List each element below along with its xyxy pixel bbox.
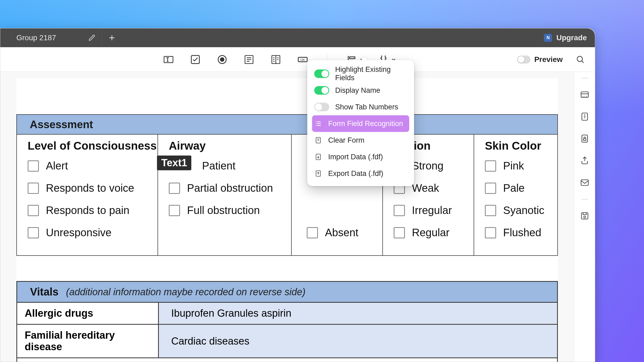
vitals-row-label: Familial hereditary disease: [17, 325, 159, 357]
wallpaper: Group 2187 N Upgrade: [0, 0, 644, 362]
svg-point-3: [220, 58, 224, 61]
checkbox-label: Pink: [503, 160, 524, 172]
rail-separator: [581, 78, 588, 78]
right-sidebar: OCR: [574, 72, 595, 362]
checkbox-row: Irregular: [394, 204, 466, 216]
document-canvas[interactable]: Assessment Level of Consciousness Alert …: [0, 72, 574, 362]
preview-label: Preview: [534, 55, 563, 64]
checkbox-row: Pink: [485, 160, 554, 172]
checkbox-row: Responds to pain: [28, 204, 150, 216]
share-icon[interactable]: [579, 155, 590, 166]
mail-icon[interactable]: [579, 177, 590, 188]
popover-export-data[interactable]: Export Data (.fdf): [312, 165, 409, 182]
svg-text:OK: OK: [301, 58, 305, 61]
checkbox[interactable]: [28, 205, 39, 216]
checkbox-row: Full obstruction: [169, 204, 284, 216]
checkbox[interactable]: [394, 205, 405, 216]
checkbox-label: Flushed: [503, 227, 541, 239]
checkbox[interactable]: [169, 205, 180, 216]
assessment-grid: Level of Consciousness Alert Responds to…: [16, 135, 558, 256]
import-icon: [314, 153, 322, 161]
ocr-tool-icon[interactable]: OCR: [579, 89, 590, 100]
form-toolbar: OK Preview: [0, 47, 595, 72]
assessment-section-header: Assessment: [16, 114, 558, 135]
popover-item-label: Import Data (.fdf): [328, 153, 383, 161]
popover-clear-form[interactable]: Clear Form: [312, 132, 409, 149]
vitals-row-value[interactable]: Cardiac diseases: [159, 325, 557, 357]
column-title: Airway: [169, 139, 284, 152]
popover-item-label: Display Name: [335, 86, 380, 95]
checkbox[interactable]: [485, 227, 496, 238]
checkbox-row: Alert: [28, 160, 150, 172]
text-field-tool[interactable]: [161, 54, 176, 65]
svg-point-20: [584, 216, 586, 218]
preview-toggle[interactable]: [517, 56, 530, 64]
checkbox-row: Absent: [307, 227, 375, 239]
popover-import-data[interactable]: Import Data (.fdf): [312, 149, 409, 165]
document-icon: [314, 136, 322, 144]
radio-button-tool[interactable]: [215, 54, 229, 65]
form-tools-popover: Highlight Existing Fields Display Name S…: [307, 60, 414, 186]
checkbox[interactable]: [28, 183, 39, 194]
compress-icon[interactable]: [579, 111, 590, 122]
checkbox[interactable]: [485, 205, 496, 216]
field-name-tag[interactable]: Text1: [157, 156, 191, 170]
vitals-row-value[interactable]: Ibuprofen Granules aspirin: [159, 303, 557, 324]
svg-rect-15: [582, 113, 587, 120]
checkbox[interactable]: [485, 183, 496, 194]
checkbox[interactable]: [307, 227, 318, 238]
svg-rect-17: [583, 139, 586, 141]
upgrade-area[interactable]: N Upgrade: [544, 28, 587, 47]
popover-form-field-recognition[interactable]: Form Field Recognition: [312, 115, 409, 132]
toggle-switch[interactable]: [314, 86, 329, 95]
svg-rect-0: [164, 56, 173, 62]
checkbox-tool[interactable]: [188, 54, 203, 65]
pencil-icon[interactable]: [89, 34, 96, 41]
dropdown-tool[interactable]: [269, 54, 283, 65]
vitals-row-familial: Familial hereditary disease Cardiac dise…: [17, 325, 557, 358]
search-button[interactable]: [576, 47, 585, 72]
document-page: Assessment Level of Consciousness Alert …: [16, 78, 558, 362]
checkbox-row: Unresponsive: [28, 227, 150, 239]
checkbox-row: Responds to voice: [28, 182, 150, 194]
popover-display-name: Display Name: [312, 82, 409, 99]
checkbox[interactable]: [169, 183, 180, 194]
toggle-switch[interactable]: [314, 103, 329, 111]
list-box-tool[interactable]: [242, 54, 256, 65]
vitals-row-label: Allergic drugs: [17, 303, 159, 324]
checkbox[interactable]: [28, 227, 39, 238]
svg-text:OCR: OCR: [582, 95, 588, 98]
rail-separator: [581, 199, 588, 200]
popover-highlight-fields: Highlight Existing Fields: [312, 65, 409, 82]
vitals-title: Vitals: [30, 286, 58, 298]
save-icon[interactable]: [579, 210, 590, 221]
vitals-row-allergic: Allergic drugs Ibuprofen Granules aspiri…: [17, 303, 557, 325]
tab-title: Group 2187: [16, 34, 56, 42]
protect-icon[interactable]: [579, 133, 590, 144]
app-window: Group 2187 N Upgrade: [0, 28, 595, 362]
vitals-section: Vitals (additional information maybe rec…: [16, 281, 558, 362]
checkbox-label: Strong: [412, 160, 444, 172]
toggle-switch[interactable]: [314, 69, 329, 78]
svg-rect-18: [581, 180, 588, 186]
checkbox-label: Syanotic: [503, 204, 544, 216]
vitals-row-other: Other requirements： Please ask the docto…: [17, 358, 557, 362]
checkbox[interactable]: [28, 160, 39, 172]
document-tab[interactable]: Group 2187: [0, 28, 102, 47]
column-title: Level of Consciousness: [28, 139, 150, 152]
popover-item-label: Clear Form: [328, 136, 364, 145]
column-airway: Airway Text1 Patient Partial obstruction: [158, 135, 292, 255]
svg-point-12: [577, 56, 583, 62]
new-tab-button[interactable]: [104, 30, 119, 45]
checkbox[interactable]: [485, 160, 496, 172]
checkbox-label: Regular: [412, 227, 449, 239]
checkbox-label: Responds to pain: [46, 204, 129, 216]
checkbox-label: Responds to voice: [46, 182, 134, 194]
checkbox-row: Syanotic: [485, 204, 554, 216]
checkbox[interactable]: [394, 227, 405, 238]
export-icon: [314, 169, 322, 178]
checkbox-row: Regular: [394, 227, 466, 239]
titlebar: Group 2187 N Upgrade: [0, 28, 595, 47]
popover-show-tab-numbers: Show Tab Numbers: [312, 99, 409, 115]
vitals-subtitle: (additional information maybe recorded o…: [66, 286, 305, 298]
